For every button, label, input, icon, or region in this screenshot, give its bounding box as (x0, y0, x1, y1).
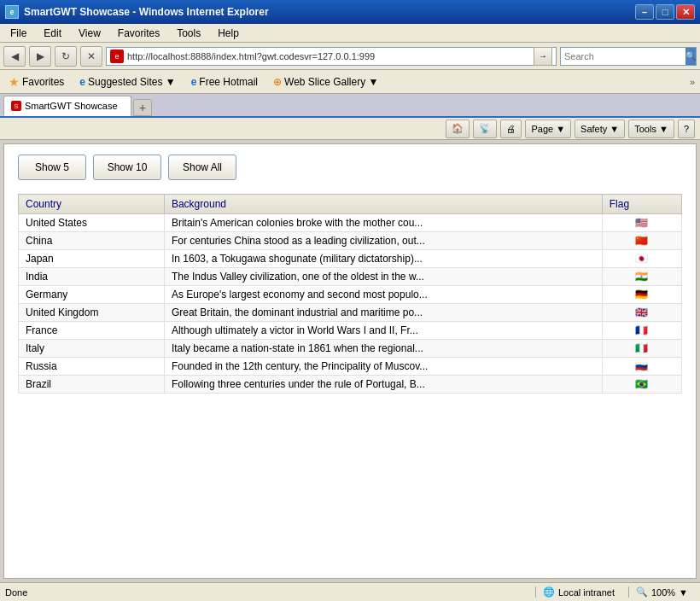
safety-button[interactable]: Safety ▼ (575, 120, 625, 138)
feeds-button[interactable]: 📡 (473, 120, 497, 138)
tab-bar: S SmartGWT Showcase + (0, 94, 700, 118)
cell-background: The Indus Valley civilization, one of th… (164, 268, 602, 286)
tools-button[interactable]: Tools ▼ (628, 120, 674, 138)
cell-country: Italy (19, 340, 165, 358)
search-box: 🔍 (560, 47, 697, 66)
cell-background: For centuries China stood as a leading c… (164, 232, 602, 250)
cell-background: Although ultimately a victor in World Wa… (164, 322, 602, 340)
tab-favicon: S (11, 101, 21, 111)
cell-background: In 1603, a Tokugawa shogunate (military … (164, 250, 602, 268)
url-text: http://localhost:8888/index.html?gwt.cod… (127, 51, 534, 61)
favorites-label: Favorites (22, 76, 64, 88)
cell-flag: 🇷🇺 (602, 358, 681, 376)
show-10-button[interactable]: Show 10 (93, 155, 161, 180)
app-icon: e (5, 5, 19, 19)
content-inner: Show 5 Show 10 Show All Country Backgrou… (4, 144, 696, 404)
hotmail-icon: e (191, 76, 197, 88)
menu-help[interactable]: Help (211, 26, 246, 41)
table-row[interactable]: United KingdomGreat Britain, the dominan… (19, 304, 682, 322)
web-slice-gallery-label: Web Slice Gallery ▼ (284, 76, 378, 88)
table-row[interactable]: BrazilFollowing three centuries under th… (19, 376, 682, 394)
free-hotmail-label: Free Hotmail (199, 76, 258, 88)
menu-view[interactable]: View (72, 26, 108, 41)
cell-country: United Kingdom (19, 304, 165, 322)
toolbar-row: 🏠 📡 🖨 Page ▼ Safety ▼ Tools ▼ ? (0, 118, 700, 140)
status-right: 🌐 Local intranet 🔍 100% ▼ (535, 586, 695, 598)
url-favicon: e (110, 50, 124, 63)
favorites-star-icon: ★ (9, 75, 20, 89)
suggested-sites-item[interactable]: e Suggested Sites ▼ (76, 74, 178, 90)
zoom-icon: 🔍 (636, 586, 648, 598)
menu-bar: File Edit View Favorites Tools Help (0, 24, 700, 43)
help-button[interactable]: ? (678, 120, 695, 138)
menu-tools[interactable]: Tools (170, 26, 207, 41)
table-row[interactable]: JapanIn 1603, a Tokugawa shogunate (mili… (19, 250, 682, 268)
header-background: Background (164, 195, 602, 214)
show-all-button[interactable]: Show All (168, 155, 236, 180)
cell-background: Britain's American colonies broke with t… (164, 214, 602, 232)
table-row[interactable]: IndiaThe Indus Valley civilization, one … (19, 268, 682, 286)
zone-indicator: 🌐 Local intranet (535, 586, 621, 598)
cell-flag: 🇫🇷 (602, 322, 681, 340)
zoom-indicator: 🔍 100% ▼ (628, 586, 695, 598)
minimize-button[interactable]: – (635, 4, 654, 20)
menu-favorites[interactable]: Favorites (111, 26, 166, 41)
status-done: Done (5, 587, 535, 598)
table-row[interactable]: ChinaFor centuries China stood as a lead… (19, 232, 682, 250)
table-row[interactable]: United StatesBritain's American colonies… (19, 214, 682, 232)
cell-country: Japan (19, 250, 165, 268)
table-row[interactable]: RussiaFounded in the 12th century, the P… (19, 358, 682, 376)
cell-country: Germany (19, 286, 165, 304)
web-slice-gallery-item[interactable]: ⊕ Web Slice Gallery ▼ (270, 74, 382, 90)
cell-background: Great Britain, the dominant industrial a… (164, 304, 602, 322)
search-icon-button[interactable]: 🔍 (685, 48, 696, 65)
active-tab[interactable]: S SmartGWT Showcase (3, 96, 131, 116)
window-title: SmartGWT Showcase - Windows Internet Exp… (24, 6, 269, 18)
header-country: Country (19, 195, 165, 214)
suggested-sites-label: Suggested Sites ▼ (88, 76, 176, 88)
home-button[interactable]: 🏠 (446, 120, 470, 138)
cell-background: Italy became a nation-state in 1861 when… (164, 340, 602, 358)
cell-country: Brazil (19, 376, 165, 394)
show-5-button[interactable]: Show 5 (18, 155, 86, 180)
cell-background: Founded in the 12th century, the Princip… (164, 358, 602, 376)
table-row[interactable]: GermanyAs Europe's largest economy and s… (19, 286, 682, 304)
cell-background: Following three centuries under the rule… (164, 376, 602, 394)
menu-edit[interactable]: Edit (37, 26, 68, 41)
countries-table: Country Background Flag United StatesBri… (18, 194, 682, 394)
zoom-chevron[interactable]: ▼ (679, 587, 688, 598)
cell-country: Russia (19, 358, 165, 376)
address-bar: ◀ ▶ ↻ ✕ e http://localhost:8888/index.ht… (0, 43, 700, 70)
cell-country: China (19, 232, 165, 250)
favorites-button[interactable]: ★ Favorites (5, 73, 67, 90)
menu-file[interactable]: File (3, 26, 33, 41)
free-hotmail-item[interactable]: e Free Hotmail (188, 74, 261, 90)
cell-flag: 🇧🇷 (602, 376, 681, 394)
cell-country: India (19, 268, 165, 286)
cell-flag: 🇩🇪 (602, 286, 681, 304)
cell-flag: 🇬🇧 (602, 304, 681, 322)
print-button[interactable]: 🖨 (500, 120, 522, 138)
chevron-right-icon[interactable]: » (690, 77, 695, 87)
table-row[interactable]: FranceAlthough ultimately a victor in Wo… (19, 322, 682, 340)
refresh-button[interactable]: ↻ (55, 46, 77, 67)
globe-icon: 🌐 (543, 586, 555, 598)
cell-background: As Europe's largest economy and second m… (164, 286, 602, 304)
page-button[interactable]: Page ▼ (525, 120, 571, 138)
stop-button[interactable]: ✕ (80, 46, 102, 67)
wsg-icon: ⊕ (273, 76, 282, 88)
search-input[interactable] (561, 50, 685, 62)
cell-country: France (19, 322, 165, 340)
maximize-button[interactable]: □ (656, 4, 674, 20)
back-button[interactable]: ◀ (3, 46, 26, 67)
cell-flag: 🇺🇸 (602, 214, 681, 232)
tab-label: SmartGWT Showcase (25, 101, 118, 111)
favorites-bar: ★ Favorites e Suggested Sites ▼ e Free H… (0, 70, 700, 94)
new-tab-button[interactable]: + (133, 99, 152, 116)
forward-button[interactable]: ▶ (29, 46, 51, 67)
status-bar: Done 🌐 Local intranet 🔍 100% ▼ (0, 582, 700, 601)
close-button[interactable]: ✕ (676, 4, 695, 20)
table-row[interactable]: ItalyItaly became a nation-state in 1861… (19, 340, 682, 358)
go-button[interactable]: → (534, 47, 552, 66)
cell-country: United States (19, 214, 165, 232)
